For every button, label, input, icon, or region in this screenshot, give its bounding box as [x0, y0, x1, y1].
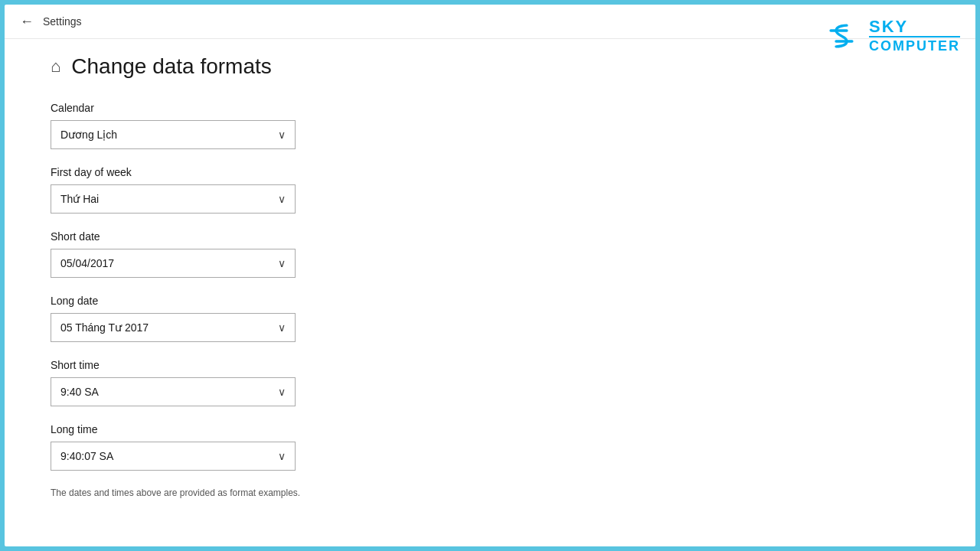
- dropdown-value-calendar: Dương Lịch: [60, 129, 117, 141]
- dropdown-first-day-of-week[interactable]: Thứ Hai∨: [51, 184, 296, 214]
- footer-note: The dates and times above are provided a…: [51, 487, 556, 498]
- logo-sky: SKY: [869, 18, 960, 36]
- chevron-down-icon-short-date: ∨: [278, 257, 286, 269]
- page-title: Change data formats: [71, 54, 272, 79]
- label-short-date: Short date: [51, 230, 556, 243]
- chevron-down-icon-long-date: ∨: [278, 321, 286, 334]
- field-section-long-date: Long date05 Tháng Tư 2017∨: [51, 295, 556, 342]
- dropdown-long-date[interactable]: 05 Tháng Tư 2017∨: [51, 313, 296, 342]
- field-section-first-day-of-week: First day of weekThứ Hai∨: [51, 166, 556, 214]
- dropdown-long-time[interactable]: 9:40:07 SA∨: [51, 442, 296, 471]
- dropdown-value-first-day-of-week: Thứ Hai: [60, 193, 99, 205]
- chevron-down-icon-first-day-of-week: ∨: [278, 193, 286, 205]
- dropdown-value-long-time: 9:40:07 SA: [60, 450, 113, 462]
- chevron-down-icon-short-time: ∨: [278, 386, 286, 398]
- dropdown-calendar[interactable]: Dương Lịch∨: [51, 120, 296, 149]
- main-content: ⌂ Change data formats CalendarDương Lịch…: [5, 39, 602, 514]
- dropdown-short-time[interactable]: 9:40 SA∨: [51, 377, 296, 406]
- field-section-short-time: Short time9:40 SA∨: [51, 359, 556, 406]
- label-first-day-of-week: First day of week: [51, 166, 556, 178]
- logo-area: SKY COMPUTER: [822, 16, 960, 56]
- chevron-down-icon-long-time: ∨: [278, 450, 286, 462]
- field-section-short-date: Short date05/04/2017∨: [51, 230, 556, 278]
- field-section-calendar: CalendarDương Lịch∨: [51, 102, 556, 149]
- label-calendar: Calendar: [51, 102, 556, 114]
- dropdown-value-short-date: 05/04/2017: [60, 257, 114, 269]
- sky-computer-logo-icon: [822, 16, 861, 56]
- logo-text: SKY COMPUTER: [869, 18, 960, 54]
- page-title-row: ⌂ Change data formats: [51, 54, 556, 79]
- logo-computer: COMPUTER: [869, 36, 960, 54]
- back-button[interactable]: ←: [20, 14, 34, 30]
- chevron-down-icon-calendar: ∨: [278, 129, 286, 141]
- home-icon[interactable]: ⌂: [51, 57, 60, 77]
- dropdown-value-short-time: 9:40 SA: [60, 386, 99, 398]
- field-section-long-time: Long time9:40:07 SA∨: [51, 423, 556, 471]
- dropdown-value-long-date: 05 Tháng Tư 2017: [60, 321, 149, 334]
- label-short-time: Short time: [51, 359, 556, 371]
- label-long-date: Long date: [51, 295, 556, 307]
- fields-container: CalendarDương Lịch∨First day of weekThứ …: [51, 102, 556, 471]
- settings-label: Settings: [43, 15, 82, 28]
- dropdown-short-date[interactable]: 05/04/2017∨: [51, 249, 296, 278]
- label-long-time: Long time: [51, 423, 556, 435]
